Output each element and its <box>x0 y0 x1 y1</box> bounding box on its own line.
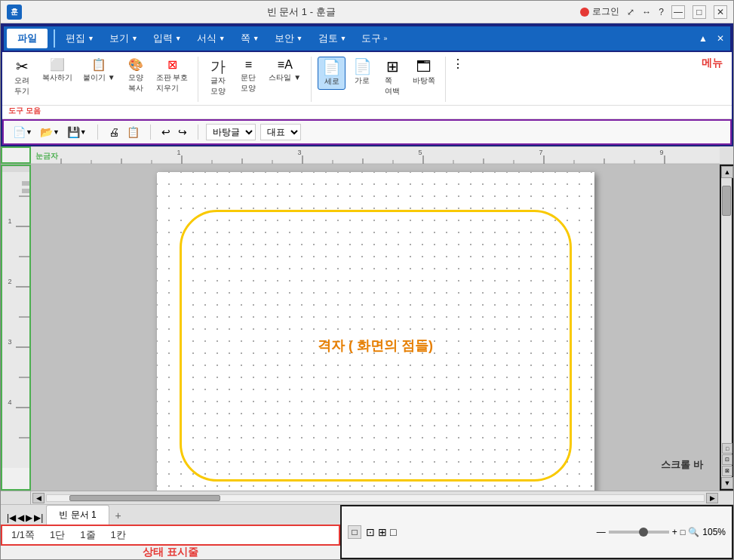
menu-separator <box>54 29 55 48</box>
svg-text:3: 3 <box>8 338 11 346</box>
vertical-icon: 📄 <box>322 60 341 75</box>
ribbon-page-margin[interactable]: ⊞ 쪽여백 <box>379 57 406 99</box>
ribbon-para-style[interactable]: ≡ 문단모양 <box>235 57 262 96</box>
login-button[interactable]: 로그인 <box>580 5 619 18</box>
minimize-button[interactable]: — <box>671 5 685 19</box>
tab-nav-prev[interactable]: ◀ <box>17 512 24 523</box>
app-window: 훈 빈 문서 1 - 훈글 로그인 ⤢ ↔ ? — □ ✕ 파일 편집▼ 보기▼… <box>0 0 734 560</box>
page-margin-icon: ⊞ <box>386 59 399 74</box>
help-icon[interactable]: ? <box>659 7 664 17</box>
ribbon-vertical[interactable]: 📄 세로 <box>318 57 346 90</box>
title-bar-text: 빈 문서 1 - 훈글 <box>267 5 336 19</box>
menu-view[interactable]: 보기▼ <box>102 29 146 48</box>
scroll-thumb-h[interactable] <box>69 495 220 501</box>
ribbon-shape-copy[interactable]: 🎨 모양복사 <box>122 57 149 96</box>
ribbon-cut[interactable]: ✂ 오려두기 <box>8 57 35 99</box>
ribbon-copy[interactable]: ⬜ 복사하기 <box>38 57 76 85</box>
scroll-up-btn[interactable]: ▲ <box>721 166 733 178</box>
paste-label: 붙이기 ▼ <box>83 72 115 83</box>
menu-view-label: 보기 <box>109 32 129 45</box>
ribbon-bg-page[interactable]: 🗔 바탕쪽 <box>409 57 439 88</box>
qa-group-file: 📄▼ 📂▼ 💾▼ <box>10 125 90 140</box>
scroll-left-btn[interactable]: ◀ <box>32 493 45 503</box>
qa-save[interactable]: 💾▼ <box>64 125 90 140</box>
page-margin-label: 쪽여백 <box>385 75 400 97</box>
app-icon: 훈 <box>7 5 22 20</box>
scrollbar-v[interactable]: ▲ □ ⊡ ⊠ ▼ <box>720 165 733 491</box>
ribbon-toolbar: ✂ 오려두기 ⬜ 복사하기 📋 붙이기 ▼ 🎨 모양복사 ⊠ 조판 부호지우기 <box>2 52 732 106</box>
scroll-right-btn[interactable]: ▶ <box>706 493 718 503</box>
tab-nav-next[interactable]: ▶ <box>26 512 32 523</box>
svg-text:7: 7 <box>539 149 542 156</box>
maximize-icon[interactable]: ⤢ <box>627 7 634 17</box>
maximize-button[interactable]: □ <box>693 5 706 19</box>
tab-doc1[interactable]: 빈 문서 1 <box>46 505 109 525</box>
qa-open[interactable]: 📂▼ <box>37 125 63 140</box>
scroll-icon-3[interactable]: ⊠ <box>722 466 732 476</box>
menu-page[interactable]: 쪽▼ <box>233 29 267 48</box>
close-button[interactable]: ✕ <box>714 5 727 19</box>
scroll-icon-1[interactable]: □ <box>722 443 732 454</box>
scrollbar-h: ◀ ▶ <box>31 491 720 504</box>
ribbon-paste[interactable]: 📋 붙이기 ▼ <box>79 57 119 85</box>
zoom-out-btn[interactable]: — <box>597 527 606 537</box>
menu-expand-icon[interactable]: ▲ <box>696 32 711 45</box>
ribbon-char-style[interactable]: 가 글자모양 <box>204 57 232 99</box>
font-style-select[interactable]: 대표 <box>260 124 301 140</box>
menu-edit[interactable]: 편집▼ <box>58 29 102 48</box>
menu-file[interactable]: 파일 <box>7 29 48 48</box>
zoom-in-btn[interactable]: + <box>672 527 677 537</box>
ribbon-more[interactable]: ⋮ <box>452 57 464 71</box>
fit-width-btn[interactable]: ⊡ <box>366 526 375 538</box>
ribbon-divider-3 <box>445 57 446 102</box>
menu-security-arrow: ▼ <box>296 35 303 42</box>
clear-marks-icon: ⊠ <box>167 59 177 71</box>
char-style-label: 글자모양 <box>210 75 226 97</box>
font-name-select[interactable]: 바탕글 <box>206 124 256 140</box>
fit-page-btn[interactable]: ⊞ <box>378 526 387 538</box>
ruler-h-end <box>720 146 733 164</box>
ribbon-clear-marks[interactable]: ⊠ 조판 부호지우기 <box>152 57 192 96</box>
menu-bar: 파일 편집▼ 보기▼ 입력▼ 서식▼ 쪽▼ 보안▼ 검토▼ 도구» ▲ ✕ <box>2 25 732 52</box>
ruler-ticks-svg: 1 3 5 7 9 눈금자 <box>31 146 720 164</box>
tab-add-btn[interactable]: + <box>109 506 127 525</box>
scroll-down-btn[interactable]: ▼ <box>721 477 733 489</box>
menu-input[interactable]: 입력▼ <box>146 29 189 48</box>
ribbon-horizontal[interactable]: 📄 가로 <box>349 57 376 88</box>
menu-close-icon[interactable]: ✕ <box>714 32 727 45</box>
qa-redo[interactable]: ↪ <box>175 125 190 140</box>
scroll-track-h <box>46 494 705 502</box>
zoom-slider-track <box>609 531 669 534</box>
menu-review[interactable]: 검토▼ <box>311 29 355 48</box>
paste-icon: 📋 <box>91 59 106 71</box>
svg-text:3: 3 <box>297 149 301 156</box>
snap-btn[interactable]: □ <box>348 525 361 539</box>
document-page[interactable]: 격자 ( 화면의 점들) <box>157 172 594 491</box>
tab-nav-first[interactable]: |◀ <box>7 512 16 523</box>
qa-new[interactable]: 📄▼ <box>10 125 35 140</box>
menu-security[interactable]: 보안▼ <box>267 29 311 48</box>
zoom-area: — + □ 🔍 105% <box>401 527 726 537</box>
status-bar: 1/1쪽 1단 1줄 1칸 <box>1 525 340 546</box>
qa-undo[interactable]: ↩ <box>158 125 174 140</box>
status-page: 1/1쪽 <box>11 528 35 542</box>
search-icon[interactable]: 🔍 <box>688 527 699 537</box>
resize-icon[interactable]: ↔ <box>642 7 651 17</box>
zoom-option-btn[interactable]: □ <box>680 528 686 537</box>
scroll-side-icons: □ ⊡ ⊠ <box>721 442 732 477</box>
ribbon-more-icon[interactable]: ⋮ <box>452 57 464 71</box>
zoom-thumb[interactable] <box>639 528 648 537</box>
cut-label: 오려두기 <box>14 75 29 97</box>
menu-format[interactable]: 서식▼ <box>189 29 233 48</box>
horizontal-icon: 📄 <box>353 59 372 74</box>
svg-text:1: 1 <box>8 217 11 225</box>
actual-size-btn[interactable]: □ <box>390 526 396 538</box>
menu-tools[interactable]: 도구» <box>354 29 395 48</box>
scroll-icon-2[interactable]: ⊡ <box>722 454 732 465</box>
scroll-thumb-v[interactable] <box>722 186 731 216</box>
qa-preview[interactable]: 📋 <box>124 125 143 140</box>
tab-nav-last[interactable]: ▶| <box>34 512 43 523</box>
ribbon-style[interactable]: ≡A 스타일 ▼ <box>265 57 305 85</box>
copy-label: 복사하기 <box>42 72 72 83</box>
qa-print[interactable]: 🖨 <box>106 125 122 140</box>
